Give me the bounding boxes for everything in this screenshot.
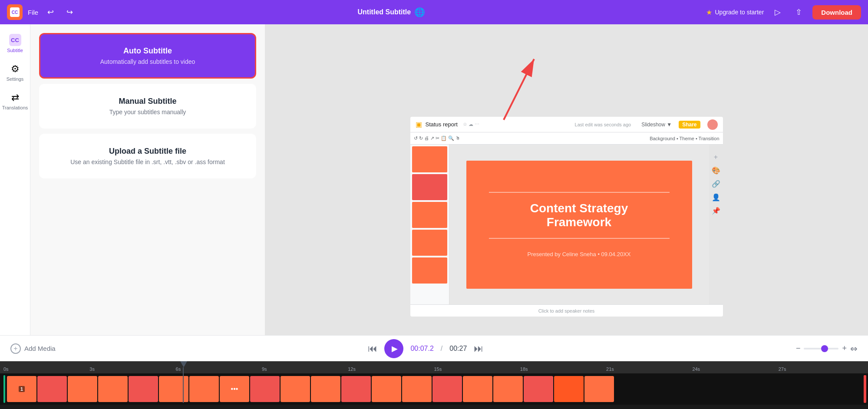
playback-bar: + Add Media ⏮ ▶ 00:07.2 / 00:27 ⏭ − + ⇔ xyxy=(0,335,868,361)
playhead-line xyxy=(183,367,184,403)
skip-forward-button[interactable]: ⏭ xyxy=(474,343,483,354)
undo-button[interactable]: ↩ xyxy=(43,5,57,19)
time-separator: / xyxy=(441,345,442,353)
zoom-in-button[interactable]: + xyxy=(842,344,847,353)
mark-24s: 24s xyxy=(692,366,778,372)
slides-right-icon-2: 🎨 xyxy=(712,166,720,175)
mark-9s: 9s xyxy=(262,366,348,372)
slides-screenshot: ▣ Status report ☆ ☁ ⋯ Last edit was seco… xyxy=(410,117,723,317)
zoom-slider[interactable] xyxy=(804,348,838,350)
slides-right-icon-3: 🔗 xyxy=(712,180,720,188)
timeline-marks: 0s 3s 6s 9s 12s 15s 18s 21s 24s 27s xyxy=(3,366,865,372)
clip-17 xyxy=(493,376,523,402)
playhead-triangle xyxy=(180,361,187,367)
clip-7 xyxy=(189,376,219,402)
clip-4 xyxy=(98,376,128,402)
mark-15s: 15s xyxy=(434,366,520,372)
manual-subtitle-card[interactable]: Manual Subtitle Type your subtitles manu… xyxy=(39,84,256,129)
clip-12 xyxy=(341,376,371,402)
clip-20 xyxy=(584,376,614,402)
clip-11 xyxy=(311,376,340,402)
manual-subtitle-title: Manual Subtitle xyxy=(49,97,247,106)
mark-12s: 12s xyxy=(348,366,434,372)
clip-10 xyxy=(281,376,310,402)
app-logo: CC xyxy=(7,4,23,20)
active-slide: Content StrategyFramework Presented by C… xyxy=(466,161,692,289)
share-button[interactable]: ⇧ xyxy=(792,5,805,19)
upload-subtitle-card[interactable]: Upload a Subtitle file Use an existing S… xyxy=(39,134,256,178)
playhead-marker xyxy=(180,361,187,403)
mark-0s: 0s xyxy=(3,366,89,372)
sidebar-item-subtitle[interactable]: CC Subtitle xyxy=(0,30,30,57)
upload-subtitle-description: Use an existing Subtitle file in .srt, .… xyxy=(49,158,247,165)
expand-button[interactable]: ⇔ xyxy=(850,343,858,354)
topbar: CC File ↩ ↪ Untitled Subtitle 🌐 ★ Upgrad… xyxy=(0,0,868,24)
zoom-out-button[interactable]: − xyxy=(796,344,801,353)
add-media-button[interactable]: + Add Media xyxy=(10,343,56,354)
mark-18s: 18s xyxy=(520,366,606,372)
slides-right-icon-5: 📌 xyxy=(712,207,720,215)
auto-subtitle-card[interactable]: Auto Subtitle Automatically add subtitle… xyxy=(39,33,256,79)
auto-subtitle-title: Auto Subtitle xyxy=(49,46,246,56)
topbar-right: ★ Upgrade to starter ▷ ⇧ Download xyxy=(706,5,861,20)
redo-button[interactable]: ↪ xyxy=(63,5,76,19)
cc-icon: CC xyxy=(9,34,21,46)
slide-thumb-3 xyxy=(412,202,447,228)
clip-18 xyxy=(524,376,553,402)
clip-8: ••• xyxy=(220,376,249,402)
sidebar-item-settings[interactable]: ⚙ Settings xyxy=(0,59,30,86)
arrow-annotation xyxy=(478,50,547,137)
mark-6s: 6s xyxy=(176,366,262,372)
zoom-thumb xyxy=(821,345,828,352)
play-button[interactable]: ▶ xyxy=(384,339,403,358)
file-menu[interactable]: File xyxy=(28,9,38,16)
svg-line-1 xyxy=(504,59,534,120)
slide-thumb-4 xyxy=(412,230,447,256)
clip-2 xyxy=(37,376,67,402)
sidebar-item-translations[interactable]: ⇄ Translations xyxy=(0,88,30,115)
manual-subtitle-description: Type your subtitles manually xyxy=(49,109,247,115)
timeline-end-marker xyxy=(864,375,866,403)
current-time: 00:07.2 xyxy=(410,345,433,353)
total-time: 00:27 xyxy=(449,345,467,353)
star-icon: ★ xyxy=(706,8,712,16)
add-media-icon: + xyxy=(10,343,21,354)
clip-19 xyxy=(554,376,584,402)
slide-thumb-5 xyxy=(412,257,447,284)
timeline: 0s 3s 6s 9s 12s 15s 18s 21s 24s 27s xyxy=(0,361,868,409)
timeline-track: 1 ••• xyxy=(0,373,868,405)
translations-icon: ⇄ xyxy=(11,92,19,103)
timeline-ruler: 0s 3s 6s 9s 12s 15s 18s 21s 24s 27s xyxy=(0,361,868,373)
clip-9 xyxy=(250,376,280,402)
slide-content-subtitle: Presented by Celine Sneha • 09.04.20XX xyxy=(528,251,631,257)
slides-thumbnail-panel xyxy=(410,145,449,304)
clip-13 xyxy=(372,376,401,402)
document-title: Untitled Subtitle 🌐 xyxy=(82,7,701,17)
slides-title: Status report xyxy=(426,121,458,128)
video-preview: ▣ Status report ☆ ☁ ⋯ Last edit was seco… xyxy=(410,117,723,317)
timeline-start-marker xyxy=(3,375,5,403)
play-preview-button[interactable]: ▷ xyxy=(771,5,785,19)
slide-thumb-1 xyxy=(412,146,447,172)
settings-icon: ⚙ xyxy=(11,63,20,75)
clip-15 xyxy=(432,376,462,402)
mark-27s: 27s xyxy=(779,366,865,372)
play-icon: ▶ xyxy=(392,344,398,353)
slides-right-icon-1: + xyxy=(714,153,718,161)
slides-toolbar: ↺ ↻ 🖨 ↗ ✂ 📋 🔍 🖱 Background • Theme • Tra… xyxy=(410,132,723,145)
slides-main-area: Content StrategyFramework Presented by C… xyxy=(449,145,709,304)
clip-14 xyxy=(402,376,432,402)
upgrade-button[interactable]: ★ Upgrade to starter xyxy=(706,8,764,16)
skip-back-button[interactable]: ⏮ xyxy=(368,343,377,354)
slides-right-sidebar: + 🎨 🔗 👤 📌 xyxy=(709,145,723,304)
clip-3 xyxy=(68,376,97,402)
clip-5 xyxy=(129,376,158,402)
clip-1: 1 xyxy=(7,376,36,402)
slides-content: Content StrategyFramework Presented by C… xyxy=(410,145,723,304)
slides-bottom-bar: Click to add speaker notes xyxy=(410,304,723,317)
auto-subtitle-description: Automatically add subtitles to video xyxy=(49,58,246,65)
slides-right-icon-4: 👤 xyxy=(712,193,720,201)
download-button[interactable]: Download xyxy=(812,5,861,20)
playback-controls: ⏮ ▶ 00:07.2 / 00:27 ⏭ xyxy=(64,339,787,358)
timeline-clips: 1 ••• xyxy=(7,376,865,402)
